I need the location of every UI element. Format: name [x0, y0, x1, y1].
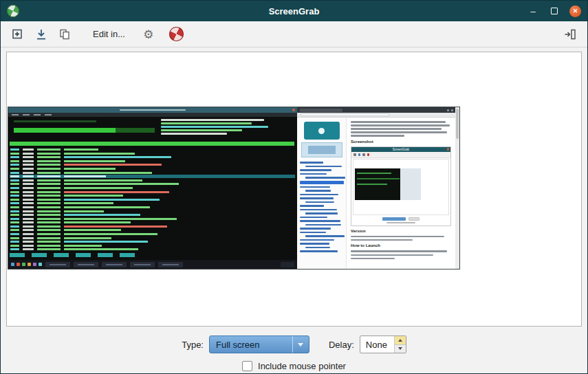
- close-button[interactable]: ✕: [569, 6, 581, 17]
- new-screenshot-button[interactable]: [8, 24, 28, 45]
- thumb-heading-launch: How to Launch: [351, 243, 454, 248]
- thumb-heading-version: Version: [351, 229, 454, 234]
- toolbar: Edit in... ⚙: [1, 21, 587, 47]
- nested-toolbar: [351, 152, 450, 158]
- thumb-manual-logo: [304, 122, 340, 140]
- minimize-button[interactable]: –: [527, 5, 539, 17]
- nested-type-combo: [382, 217, 406, 221]
- toc-line: [300, 232, 326, 234]
- thumb-url-bar: [301, 113, 390, 116]
- ff-para1: [351, 121, 454, 137]
- terminal-row: [10, 160, 294, 162]
- taskbar-clock: [281, 262, 294, 267]
- terminal-row: [10, 233, 294, 235]
- toc-line: [300, 197, 334, 199]
- taskbar-icon: [17, 263, 20, 266]
- terminal-row: [10, 226, 294, 228]
- capture-controls-row: Type: Full screen Delay: None: [1, 336, 587, 353]
- copy-button[interactable]: [54, 24, 75, 45]
- taskbar-item: [102, 262, 127, 267]
- nested-thumb: [355, 168, 421, 200]
- toc-line: [300, 243, 329, 245]
- terminal-row: [10, 248, 294, 250]
- terminal-row: [10, 172, 294, 174]
- thumb-browser-window: Screenshot ScreenGrab: [297, 107, 459, 269]
- type-select[interactable]: Full screen: [209, 336, 309, 353]
- thumb-browser-body: Screenshot ScreenGrab: [297, 118, 459, 269]
- delay-spinbox[interactable]: None: [360, 336, 406, 353]
- thumb-browser-scrollbar: [455, 107, 459, 269]
- spin-down-button[interactable]: [395, 344, 406, 353]
- terminal-row: [10, 237, 294, 239]
- delay-label: Delay:: [329, 340, 354, 350]
- nested-delay-spin: [409, 217, 420, 221]
- nested-close-icon: [447, 148, 450, 151]
- nested-screengrab-screenshot: ScreenGrab: [351, 146, 451, 226]
- terminal-row: [10, 164, 294, 166]
- toc-line: [305, 235, 345, 237]
- terminal-row: [10, 245, 294, 247]
- terminal-row: [10, 191, 294, 193]
- window-title: ScreenGrab: [1, 6, 587, 16]
- preview-scroll-area[interactable]: Screenshot ScreenGrab: [6, 52, 582, 327]
- toc-line: [300, 217, 327, 219]
- toc-line: [300, 181, 344, 184]
- term-footer: [10, 253, 294, 257]
- ff-para2: [351, 236, 454, 241]
- taskbar-icon: [22, 263, 25, 266]
- text-line: [351, 124, 450, 126]
- terminal-row: [10, 206, 294, 208]
- taskbar-item: [45, 262, 70, 267]
- terminal-row: [10, 175, 294, 177]
- spin-up-button[interactable]: [395, 336, 406, 344]
- thumb-manual-sidebar: [297, 118, 347, 269]
- toc-line: [305, 201, 334, 204]
- close-icon: ✕: [573, 8, 578, 14]
- text-line: [351, 239, 413, 241]
- type-selected-value: Full screen: [216, 340, 260, 350]
- include-pointer-label[interactable]: Include mouse pointer: [258, 361, 346, 371]
- toc-line: [300, 228, 331, 230]
- thumb-manual-content: Screenshot ScreenGrab: [347, 118, 459, 269]
- toc-line: [300, 220, 340, 222]
- nested-preview: [353, 159, 449, 215]
- terminal-row: [10, 183, 294, 185]
- toc-line: [300, 173, 327, 175]
- nested-titlebar: ScreenGrab: [351, 147, 450, 152]
- text-line: [351, 250, 447, 252]
- nested-window-title: ScreenGrab: [393, 148, 409, 151]
- thumb-terminal-title-text: [120, 109, 186, 111]
- side-panel-icon: [563, 28, 577, 41]
- thumb-browser-navbar: [297, 113, 459, 118]
- save-download-icon: [34, 28, 48, 41]
- screenshot-thumbnail: Screenshot ScreenGrab: [8, 107, 459, 269]
- toc-line: [305, 166, 342, 168]
- save-button[interactable]: [31, 24, 52, 45]
- terminal-rows: [10, 148, 294, 252]
- edit-in-button[interactable]: Edit in...: [86, 24, 132, 45]
- settings-gear-icon: ⚙: [143, 28, 153, 41]
- text-line: [351, 135, 404, 137]
- settings-button[interactable]: ⚙: [135, 24, 155, 45]
- text-line: [351, 121, 446, 123]
- nested-checkbox-line: [386, 222, 415, 223]
- maximize-button[interactable]: [548, 5, 560, 17]
- thumb-terminal-titlebar: [8, 107, 297, 113]
- minimize-icon: –: [530, 6, 535, 16]
- taskbar-icon: [33, 263, 36, 266]
- terminal-row: [10, 168, 294, 170]
- thumb-browser-tabbar: [297, 107, 459, 113]
- new-screenshot-icon: [11, 28, 25, 41]
- terminal-row: [10, 156, 294, 158]
- include-pointer-checkbox[interactable]: [242, 361, 252, 371]
- taskbar-icon: [39, 263, 42, 266]
- side-panel-toggle-button[interactable]: [560, 24, 580, 45]
- taskbar-item: [130, 262, 155, 267]
- terminal-row: [10, 153, 294, 155]
- terminal-row: [10, 214, 294, 216]
- screengrab-red-logo-icon: [169, 27, 184, 41]
- thumb-terminal-body: [8, 117, 297, 260]
- text-line: [351, 258, 395, 260]
- toc-line: [300, 162, 323, 164]
- terminal-row: [10, 218, 294, 220]
